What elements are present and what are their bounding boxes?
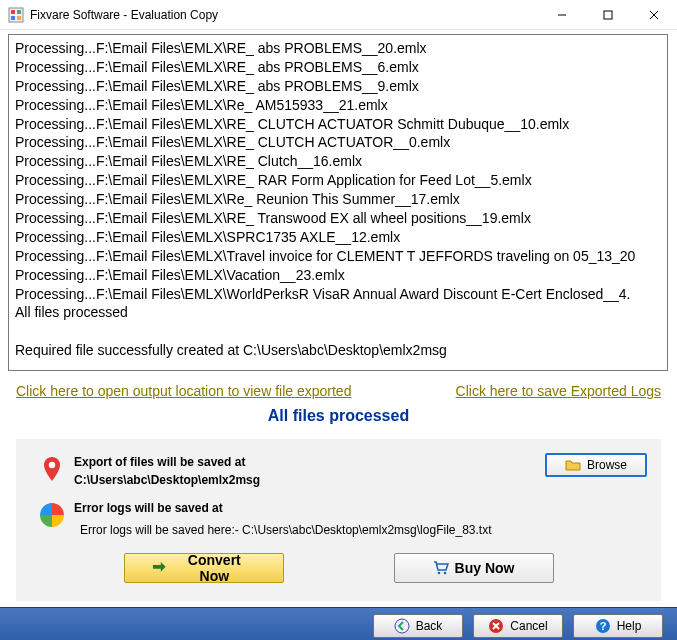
error-log-path: Error logs will be saved here:- C:\Users… <box>74 517 527 539</box>
window-title: Fixvare Software - Evaluation Copy <box>30 8 218 22</box>
svg-text:?: ? <box>599 620 606 632</box>
minimize-button[interactable] <box>539 0 585 30</box>
status-message: All files processed <box>8 405 669 439</box>
cancel-button[interactable]: Cancel <box>473 614 563 638</box>
settings-panel: Export of files will be saved at C:\User… <box>16 439 661 601</box>
convert-now-button[interactable]: Convert Now <box>124 553 284 583</box>
help-label: Help <box>617 619 642 633</box>
svg-rect-3 <box>11 16 15 20</box>
export-path-label: Export of files will be saved at <box>74 453 527 471</box>
titlebar: Fixvare Software - Evaluation Copy <box>0 0 677 30</box>
app-icon <box>8 7 24 23</box>
convert-icon <box>151 560 167 576</box>
convert-label: Convert Now <box>172 552 256 584</box>
back-arrow-icon <box>394 618 410 634</box>
help-icon: ? <box>595 618 611 634</box>
maximize-button[interactable] <box>585 0 631 30</box>
svg-rect-6 <box>604 11 612 19</box>
help-button[interactable]: ? Help <box>573 614 663 638</box>
pie-chart-icon <box>38 501 66 529</box>
back-label: Back <box>416 619 443 633</box>
svg-point-12 <box>395 619 409 633</box>
folder-icon <box>565 457 581 473</box>
svg-rect-4 <box>17 16 21 20</box>
svg-rect-2 <box>17 10 21 14</box>
svg-rect-1 <box>11 10 15 14</box>
svg-point-11 <box>443 572 446 575</box>
cancel-label: Cancel <box>510 619 547 633</box>
save-logs-link[interactable]: Click here to save Exported Logs <box>456 383 661 399</box>
error-log-label: Error logs will be saved at <box>74 499 527 517</box>
cancel-icon <box>488 618 504 634</box>
buy-now-button[interactable]: Buy Now <box>394 553 554 583</box>
open-output-link[interactable]: Click here to open output location to vi… <box>16 383 351 399</box>
log-output[interactable]: Processing...F:\Email Files\EMLX\RE_ abs… <box>8 34 668 371</box>
back-button[interactable]: Back <box>373 614 463 638</box>
export-path-value: C:\Users\abc\Desktop\emlx2msg <box>74 471 527 489</box>
close-button[interactable] <box>631 0 677 30</box>
location-pin-icon <box>38 455 66 483</box>
browse-button[interactable]: Browse <box>545 453 647 477</box>
window-controls <box>539 0 677 30</box>
browse-label: Browse <box>587 458 627 472</box>
svg-point-9 <box>49 462 55 468</box>
svg-point-10 <box>437 572 440 575</box>
footer-bar: Back Cancel ? Help <box>0 607 677 640</box>
cart-icon <box>433 560 449 576</box>
buy-label: Buy Now <box>455 560 515 576</box>
